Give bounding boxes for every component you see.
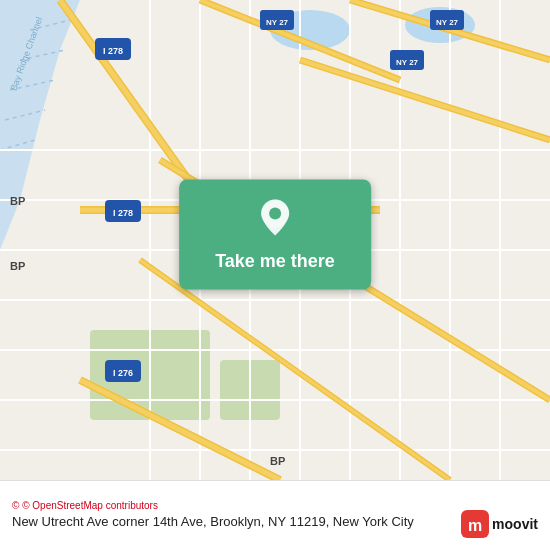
moovit-logo: m moovit [461, 510, 538, 538]
svg-text:NY 27: NY 27 [436, 18, 459, 27]
svg-text:NY 27: NY 27 [396, 58, 419, 67]
svg-point-59 [269, 208, 281, 220]
svg-text:BP: BP [10, 195, 25, 207]
location-pin-icon [257, 198, 293, 243]
svg-text:I 278: I 278 [113, 208, 133, 218]
osm-credit: © © OpenStreetMap contributors [12, 500, 538, 511]
take-me-there-button[interactable]: Take me there [179, 180, 371, 290]
svg-text:I 276: I 276 [113, 368, 133, 378]
svg-text:NY 27: NY 27 [266, 18, 289, 27]
svg-text:m: m [468, 517, 482, 534]
osm-icon: © [12, 500, 19, 511]
svg-text:BP: BP [270, 455, 285, 467]
button-overlay: Take me there [179, 180, 371, 290]
svg-text:BP: BP [10, 260, 25, 272]
moovit-icon: m [461, 510, 489, 538]
info-bar: © © OpenStreetMap contributors New Utrec… [0, 480, 550, 550]
button-label: Take me there [215, 251, 335, 272]
address-text: New Utrecht Ave corner 14th Ave, Brookly… [12, 513, 538, 531]
map-container: Bay Ridge Channel [0, 0, 550, 480]
svg-text:I 278: I 278 [103, 46, 123, 56]
osm-credit-text: © OpenStreetMap contributors [22, 500, 158, 511]
moovit-text: moovit [492, 516, 538, 532]
